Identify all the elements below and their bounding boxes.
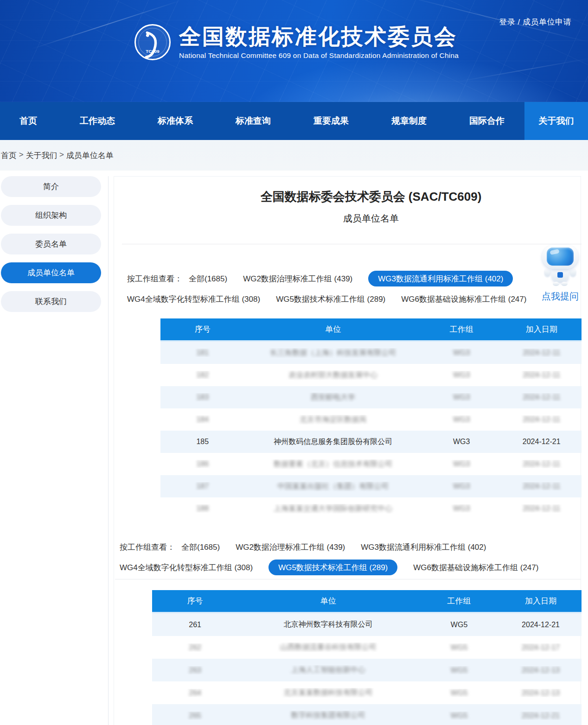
nav-item[interactable]: 关于我们 bbox=[524, 102, 588, 140]
sidebar-item[interactable]: 组织架构 bbox=[1, 205, 101, 226]
sidebar-item[interactable]: 成员单位名单 bbox=[1, 262, 101, 283]
robot-emblem bbox=[557, 272, 563, 278]
cell-workgroup: WG5 bbox=[418, 689, 500, 697]
cell-organization: 农业农村部大数据发展中心 bbox=[245, 370, 422, 380]
workgroup-filter[interactable]: WG4全域数字化转型标准工作组 (308) bbox=[120, 562, 253, 573]
cell-organization: 数字科技集团有限公司 bbox=[238, 711, 418, 720]
cell-workgroup: WG3 bbox=[422, 393, 502, 401]
cell-organization: 上海人工智能创新中心 bbox=[238, 665, 418, 675]
cell-join-date: 2024-12-11 bbox=[501, 460, 582, 468]
content-area: 简介组织架构委员名单成员单位名单联系我们 全国数据标委会技术委员会 (SAC/T… bbox=[0, 171, 588, 725]
table-body: 261 北京神州数字科技有限公司 WG5 2024-12-21 262 山西数据… bbox=[152, 613, 582, 725]
table-row: 185 神州数码信息服务集团股份有限公司 WG3 2024-12-21 bbox=[160, 431, 582, 453]
cell-index: 187 bbox=[160, 482, 245, 490]
banner-glow-decoration bbox=[235, 56, 588, 102]
table-row: 184 北京市海淀区数据局 WG3 2024-12-11 bbox=[160, 408, 582, 431]
table-header-cell: 工作组 bbox=[418, 596, 500, 606]
filter-row: WG4全域数字化转型标准工作组 (308)WG5数据技术标准工作组 (289)W… bbox=[127, 291, 544, 307]
member-table-wg3: 序号单位工作组加入日期 181 长三角数据（上海）科技发展有限公司 WG3 20… bbox=[160, 318, 582, 520]
workgroup-filter[interactable]: WG2数据治理标准工作组 (439) bbox=[243, 273, 352, 284]
breadcrumb-item: > 成员单位名单 bbox=[57, 150, 113, 161]
workgroup-filter-section-1: 按工作组查看： 全部(1685)WG2数据治理标准工作组 (439)WG3数据流… bbox=[127, 270, 544, 307]
cell-workgroup: WG3 bbox=[422, 349, 502, 357]
workgroup-filter[interactable]: WG2数据治理标准工作组 (439) bbox=[236, 542, 345, 553]
cell-workgroup: WG5 bbox=[418, 712, 500, 720]
cell-organization: 中国某某出版社（集团）有限公司 bbox=[245, 482, 422, 491]
nav-item[interactable]: 重要成果 bbox=[313, 115, 349, 127]
table-header-cell: 序号 bbox=[160, 324, 245, 335]
table-header-row: 序号单位工作组加入日期 bbox=[160, 318, 582, 342]
workgroup-filter[interactable]: WG3数据流通利用标准工作组 (402) bbox=[361, 542, 486, 553]
nav-item[interactable]: 工作动态 bbox=[80, 115, 115, 127]
logo-text: TC609 bbox=[146, 49, 160, 54]
cell-join-date: 2024-12-13 bbox=[500, 689, 582, 697]
workgroup-filter[interactable]: WG3数据流通利用标准工作组 (402) bbox=[368, 271, 513, 286]
nav-item[interactable]: 首页 bbox=[19, 115, 37, 127]
cell-workgroup: WG3 bbox=[422, 415, 502, 424]
cell-workgroup: WG3 bbox=[422, 482, 502, 490]
section-divider bbox=[122, 244, 582, 244]
breadcrumb-item: > 关于我们 bbox=[17, 150, 57, 161]
member-apply-link[interactable]: 成员单位申请 bbox=[523, 18, 571, 26]
nav-item[interactable]: 规章制度 bbox=[391, 115, 427, 127]
cell-join-date: 2024-12-11 bbox=[501, 504, 582, 513]
header-banner: 登录 / 成员单位申请 TC609 全国数据标准化技术委员会 National … bbox=[0, 0, 588, 102]
nav-item[interactable]: 标准体系 bbox=[158, 115, 193, 127]
filter-lead-label: 按工作组查看： bbox=[120, 542, 175, 553]
cell-organization: 数据要素（北京）信息技术有限公司 bbox=[245, 459, 422, 469]
cell-index: 181 bbox=[160, 349, 245, 357]
workgroup-filter[interactable]: WG4全域数字化转型标准工作组 (308) bbox=[127, 294, 260, 305]
login-area: 登录 / 成员单位申请 bbox=[499, 17, 571, 27]
workgroup-filter[interactable]: WG6数据基础设施标准工作组 (247) bbox=[413, 562, 538, 573]
cell-organization: 北京神州数字科技有限公司 bbox=[238, 620, 418, 630]
sidebar-item[interactable]: 简介 bbox=[1, 176, 101, 197]
nav-item[interactable]: 标准查询 bbox=[236, 115, 271, 127]
workgroup-filter[interactable]: 全部(1685) bbox=[181, 542, 220, 553]
cell-join-date: 2024-12-11 bbox=[501, 371, 582, 379]
breadcrumb-link[interactable]: 成员单位名单 bbox=[66, 150, 114, 161]
section-divider bbox=[115, 579, 581, 579]
table-header-cell: 单位 bbox=[238, 596, 418, 606]
login-link[interactable]: 登录 bbox=[499, 18, 515, 26]
cell-organization: 神州数码信息服务集团股份有限公司 bbox=[245, 437, 422, 447]
table-header-row: 序号单位工作组加入日期 bbox=[152, 590, 582, 613]
sidebar-divider bbox=[108, 176, 109, 725]
sidebar-item[interactable]: 联系我们 bbox=[1, 291, 101, 312]
table-header-cell: 工作组 bbox=[422, 324, 502, 335]
site-subtitle: National Technical Committee 609 on Data… bbox=[179, 51, 459, 60]
cell-workgroup: WG5 bbox=[418, 621, 500, 629]
nav-item[interactable]: 国际合作 bbox=[469, 115, 505, 127]
filter-row: 按工作组查看： 全部(1685)WG2数据治理标准工作组 (439)WG3数据流… bbox=[127, 270, 544, 287]
cell-join-date: 2024-12-11 bbox=[501, 482, 582, 490]
breadcrumb-link[interactable]: 关于我们 bbox=[26, 150, 57, 161]
table-row: 187 中国某某出版社（集团）有限公司 WG3 2024-12-11 bbox=[160, 475, 582, 497]
login-separator: / bbox=[515, 18, 523, 26]
sidebar: 简介组织架构委员名单成员单位名单联系我们 bbox=[1, 176, 101, 320]
robot-foot bbox=[553, 282, 559, 286]
table-row: 262 山西数据流量谷科技有限公司 WG5 2024-12-17 bbox=[152, 636, 582, 659]
cell-workgroup: WG3 bbox=[422, 371, 502, 379]
sidebar-item[interactable]: 委员名单 bbox=[1, 234, 101, 254]
table-row: 264 北京某某数据科技有限公司 WG5 2024-12-13 bbox=[152, 681, 582, 704]
workgroup-filter[interactable]: WG5数据技术标准工作组 (289) bbox=[268, 560, 397, 575]
robot-mascot-icon[interactable] bbox=[541, 244, 580, 288]
cell-join-date: 2024-12-13 bbox=[500, 666, 582, 674]
cell-join-date: 2024-12-21 bbox=[500, 712, 582, 720]
cell-join-date: 2024-12-21 bbox=[501, 438, 582, 446]
table-row: 265 数字科技集团有限公司 WG5 2024-12-21 bbox=[152, 704, 582, 725]
breadcrumb-separator: > bbox=[17, 150, 26, 161]
workgroup-filter[interactable]: WG5数据技术标准工作组 (289) bbox=[276, 294, 385, 305]
table-header-cell: 加入日期 bbox=[501, 324, 582, 335]
cell-join-date: 2024-12-17 bbox=[500, 643, 582, 652]
table-header-cell: 加入日期 bbox=[500, 596, 582, 606]
breadcrumb-link[interactable]: 首页 bbox=[1, 150, 17, 161]
workgroup-filter[interactable]: WG6数据基础设施标准工作组 (247) bbox=[401, 294, 526, 305]
workgroup-filter[interactable]: 全部(1685) bbox=[189, 273, 227, 284]
cell-organization: 长三角数据（上海）科技发展有限公司 bbox=[245, 348, 422, 358]
robot-screen bbox=[547, 248, 574, 266]
table-row: 181 长三角数据（上海）科技发展有限公司 WG3 2024-12-11 bbox=[160, 342, 582, 364]
table-row: 261 北京神州数字科技有限公司 WG5 2024-12-21 bbox=[152, 613, 582, 636]
cell-workgroup: WG5 bbox=[418, 643, 500, 652]
cell-index: 261 bbox=[152, 621, 238, 629]
cell-organization: 北京市海淀区数据局 bbox=[245, 415, 422, 425]
